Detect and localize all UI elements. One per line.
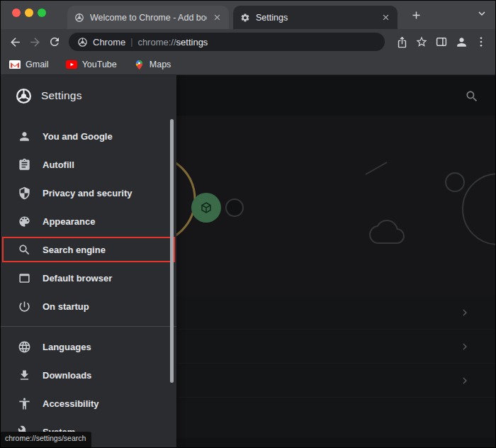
accessibility-icon [18,397,31,410]
sidebar-item-label: Appearance [43,216,95,227]
bookmark-label: Gmail [26,60,49,69]
sidebar-item-languages[interactable]: Languages [1,332,176,361]
chrome-icon [74,13,84,23]
profile-icon[interactable] [451,32,471,52]
sidebar-item-you-and-google[interactable]: You and Google [1,122,176,150]
sidebar-item-privacy-and-security[interactable]: Privacy and security [1,179,176,207]
browser-icon [18,271,31,285]
close-icon[interactable] [381,13,390,22]
autofill-icon [18,158,31,172]
sidebar-item-label: Languages [43,342,91,352]
share-icon[interactable] [392,32,412,52]
reload-button[interactable] [45,32,64,52]
drawer-header: Settings [1,75,176,116]
sidebar-item-on-startup[interactable]: On startup [1,292,176,320]
shield-icon [18,186,31,200]
new-tab-button[interactable] [407,6,424,23]
status-url-tooltip: chrome://settings/search [1,432,91,447]
search-icon [18,243,31,257]
sidebar-item-label: Autofill [43,159,74,170]
bookmark-label: YouTube [82,60,117,69]
forward-button[interactable] [25,32,45,52]
tab-title: Settings [256,13,376,23]
power-icon [18,300,31,313]
browser-toolbar: Chrome | chrome://settings [1,29,495,55]
chrome-logo-icon [15,87,33,105]
close-icon[interactable] [213,13,222,22]
globe-icon [18,340,31,354]
settings-page: e your devices Turn on sync… [1,75,495,447]
bookmark-star-icon[interactable] [412,32,432,52]
settings-nav: You and Google Autofill Privacy and secu… [1,116,176,446]
sidebar-item-default-browser[interactable]: Default browser [1,264,176,292]
drawer-scrollbar[interactable] [170,119,174,383]
minimize-window-button[interactable] [25,9,33,17]
back-button[interactable] [5,32,25,52]
maps-icon [134,60,145,70]
close-window-button[interactable] [12,9,21,17]
gear-icon [240,13,250,23]
chevron-down-icon[interactable] [475,7,488,20]
sidebar-item-downloads[interactable]: Downloads [1,361,176,389]
tab-title: Welcome to Chrome - Add boo [90,13,207,23]
sidebar-item-label: On startup [43,301,89,312]
bookmark-maps[interactable]: Maps [134,60,171,70]
settings-drawer: Settings You and Google Autofill Privacy… [1,75,176,447]
omnibox-separator: | [130,37,133,47]
youtube-icon [66,60,77,69]
sidebar-item-label: Accessibility [43,398,99,409]
side-panel-icon[interactable] [432,32,451,52]
sidebar-item-label: Privacy and security [43,188,132,198]
zoom-window-button[interactable] [38,9,46,17]
nav-divider [1,326,176,327]
sidebar-item-label: Default browser [43,273,112,284]
bookmark-gmail[interactable]: Gmail [9,60,49,69]
menu-icon[interactable] [471,32,491,52]
sidebar-item-label: You and Google [43,131,113,142]
tab-strip: Welcome to Chrome - Add boo Settings [1,1,495,29]
sidebar-item-appearance[interactable]: Appearance [1,207,176,235]
bookmark-youtube[interactable]: YouTube [66,60,117,69]
tab-settings[interactable]: Settings [233,6,398,29]
sidebar-item-accessibility[interactable]: Accessibility [1,389,176,418]
tab-welcome-to-chrome[interactable]: Welcome to Chrome - Add boo [67,6,229,29]
chrome-icon [77,37,88,47]
browser-window: Welcome to Chrome - Add boo Settings [0,0,496,448]
sidebar-item-autofill[interactable]: Autofill [1,150,176,179]
page-title: Settings [41,89,82,102]
person-icon [18,130,31,143]
sidebar-item-label: Search engine [43,245,106,255]
bookmark-label: Maps [150,60,171,69]
window-controls [12,9,46,17]
palette-icon [18,215,31,228]
omnibox-site-label: Chrome [93,37,125,47]
bookmarks-bar: Gmail YouTube Maps [1,55,495,75]
address-bar[interactable]: Chrome | chrome://settings [69,33,385,51]
omnibox-url: chrome://settings [137,37,208,47]
gmail-icon [9,60,21,69]
sidebar-item-search-engine[interactable]: Search engine [1,235,176,264]
download-icon [18,369,31,382]
sidebar-item-label: Downloads [43,370,91,381]
